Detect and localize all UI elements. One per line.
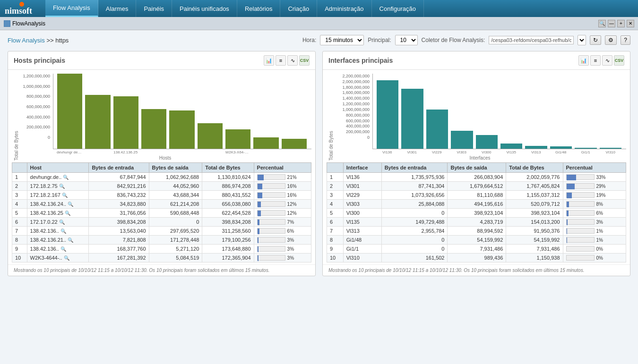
hosts-panel-icons: 📊 ≡ ∿ CSV: [264, 55, 310, 66]
hosts-y-label: Total de Bytes: [12, 74, 19, 161]
ifaces-cell-total-2: 1,155,037,312: [506, 191, 563, 200]
settings-btn[interactable]: ⚙: [605, 35, 617, 45]
hosts-cell-host-9[interactable]: W2K3-4644-.. 🔍: [27, 254, 89, 262]
ifaces-bar-5[interactable]: [500, 144, 522, 149]
hosts-wave-icon[interactable]: ∿: [287, 55, 298, 66]
hosts-cell-in-7: 7,821,808: [89, 236, 149, 245]
ifaces-bar-7[interactable]: [550, 146, 572, 149]
hosts-bar-3[interactable]: [141, 109, 166, 149]
help-btn[interactable]: ?: [621, 35, 630, 45]
nav-item-paineis-unificados[interactable]: Painéis unificados: [172, 0, 237, 17]
hosts-cell-out-7: 171,278,448: [149, 236, 202, 245]
ifaces-cell-iface-9[interactable]: Vl310: [343, 254, 381, 262]
ifaces-bar-2[interactable]: [426, 110, 448, 149]
ifaces-cell-total-6: 91,950,376: [506, 227, 563, 236]
ifaces-cell-iface-2[interactable]: Vl229: [343, 191, 381, 200]
hosts-bar-7[interactable]: [253, 137, 278, 149]
nav-item-paineis[interactable]: Painéis: [136, 0, 172, 17]
nav-item-criacao[interactable]: Criação: [280, 0, 317, 17]
ifaces-cell-iface-5[interactable]: Vl135: [343, 218, 381, 227]
nav-item-alarmes[interactable]: Alarmes: [98, 0, 137, 17]
ifaces-cell-iface-8[interactable]: Gi1/1: [343, 245, 381, 254]
close-btn[interactable]: ✕: [627, 20, 634, 27]
hosts-cell-host-7[interactable]: 138.42.136.21.. 🔍: [27, 236, 89, 245]
hosts-csv-icon[interactable]: CSV: [299, 55, 310, 66]
hosts-cell-host-6[interactable]: 138.42.136.. 🔍: [27, 227, 89, 236]
ifaces-cell-iface-3[interactable]: Vl303: [343, 200, 381, 209]
maximize-btn[interactable]: +: [617, 20, 625, 27]
ifaces-cell-iface-7[interactable]: Gi1/48: [343, 236, 381, 245]
hosts-bar-0[interactable]: [57, 74, 82, 149]
hosts-chart-icon[interactable]: 📊: [264, 55, 274, 66]
ifaces-row-7: 8 Gi1/48 0 54,159,992 54,159,992 1%: [327, 236, 626, 245]
ifaces-cell-iface-0[interactable]: Vl136: [343, 173, 381, 182]
hora-select[interactable]: 15 minutos: [320, 35, 364, 45]
ifaces-x-tick-5: Vl135: [500, 150, 523, 154]
nav-item-configuracao[interactable]: Configuração: [372, 0, 424, 17]
ifaces-cell-iface-1[interactable]: Vl301: [343, 182, 381, 191]
nav-item-administracao[interactable]: Administração: [317, 0, 371, 17]
hosts-bar-2[interactable]: [113, 96, 138, 149]
ifaces-table-wrapper: Interface Bytes de entrada Bytes de saíd…: [323, 162, 630, 264]
nav-item-relatorios[interactable]: Relatórios: [237, 0, 281, 17]
coletor-input[interactable]: [489, 36, 574, 44]
interfaces-y-label: Total de Bytes: [327, 74, 334, 161]
hosts-cell-host-4[interactable]: 138.42.136.25 🔍: [27, 209, 89, 218]
window-controls: 🔍 — + ✕: [598, 20, 634, 27]
ifaces-y-axis: 2,200,000,000 2,000,000,000 1,800,000,00…: [334, 74, 371, 140]
hosts-cell-host-1[interactable]: 172.18.2.75 🔍: [27, 182, 89, 191]
ifaces-cell-pct-8: 0%: [563, 245, 626, 254]
ifaces-y-tick-7: 1,000,000,000: [342, 107, 370, 112]
principal-select[interactable]: 10: [395, 35, 418, 45]
ifaces-bar-6[interactable]: [525, 146, 547, 149]
ifaces-y-tick-9: 600,000,000: [346, 119, 370, 123]
ifaces-bar-8[interactable]: [575, 148, 596, 149]
hosts-panel: Hosts principais 📊 ≡ ∿ CSV Total de Byte…: [8, 51, 316, 276]
ifaces-bar-3[interactable]: [451, 131, 473, 149]
ifaces-bar-9[interactable]: [600, 148, 621, 149]
hosts-cell-host-2[interactable]: 172.18.2.167 🔍: [27, 191, 89, 200]
hosts-cell-host-0[interactable]: devhungr.de.. 🔍: [27, 173, 89, 182]
nav-item-flow-analysis[interactable]: Flow Analysis: [45, 0, 98, 17]
hosts-table-header-row: Host Bytes de entrada Bytes de saída Tot…: [12, 163, 311, 173]
search-window-btn[interactable]: 🔍: [598, 20, 606, 27]
ifaces-wave-icon[interactable]: ∿: [602, 55, 612, 66]
hosts-col-bytes-out: Bytes de saída: [149, 163, 202, 173]
ifaces-table-icon[interactable]: ≡: [590, 55, 601, 66]
breadcrumb: Flow Analysis >> https: [8, 37, 69, 44]
hosts-cell-host-5[interactable]: 172.17.0.22 🔍: [27, 218, 89, 227]
ifaces-cell-pct-9: 0%: [563, 254, 626, 262]
ifaces-cell-num-6: 7: [327, 227, 344, 236]
ifaces-chart-icon[interactable]: 📊: [578, 55, 589, 66]
hosts-row-8: 9 138.42.136.. 🔍 168,377,760 5,271,120 1…: [12, 245, 311, 254]
hosts-bar-5[interactable]: [198, 123, 223, 149]
interfaces-chart-container: Total de Bytes 2,200,000,000 2,000,000,0…: [327, 74, 626, 161]
ifaces-csv-icon[interactable]: CSV: [614, 55, 624, 66]
ifaces-x-tick-0: Vl136: [376, 150, 398, 154]
hosts-bar-6[interactable]: [225, 129, 250, 149]
ifaces-bar-1[interactable]: [401, 89, 423, 149]
ifaces-bar-4[interactable]: [476, 135, 498, 149]
hosts-y-tick-7: 0: [48, 135, 50, 140]
hosts-cell-host-3[interactable]: 138.42.136.24.. 🔍: [27, 200, 89, 209]
coletor-dropdown[interactable]: [578, 35, 586, 45]
hosts-table-icon[interactable]: ≡: [276, 55, 286, 66]
breadcrumb-link[interactable]: Flow Analysis: [8, 37, 45, 44]
hosts-bar-4[interactable]: [169, 110, 194, 149]
hosts-y-tick-4: 600,000,000: [26, 104, 50, 109]
minimize-btn[interactable]: —: [608, 20, 615, 27]
ifaces-cell-iface-4[interactable]: Vl300: [343, 209, 381, 218]
breadcrumb-page: https: [55, 37, 69, 44]
ifaces-cell-out-6: 88,994,592: [448, 227, 506, 236]
ifaces-bar-0[interactable]: [377, 80, 398, 149]
ifaces-cell-iface-6[interactable]: Vl313: [343, 227, 381, 236]
ifaces-y-tick-12: 0: [367, 135, 370, 140]
hosts-cell-host-8[interactable]: 138.42.136.. 🔍: [27, 245, 89, 254]
hosts-row-2: 3 172.18.2.167 🔍 836,743,232 43,688,344 …: [12, 191, 311, 200]
ifaces-col-num: [327, 163, 344, 173]
hosts-bar-1[interactable]: [85, 95, 110, 149]
hosts-cell-in-5: 398,834,208: [89, 218, 149, 227]
refresh-btn[interactable]: ↻: [590, 35, 601, 45]
hosts-bar-8[interactable]: [282, 139, 307, 149]
ifaces-cell-num-8: 9: [327, 245, 344, 254]
